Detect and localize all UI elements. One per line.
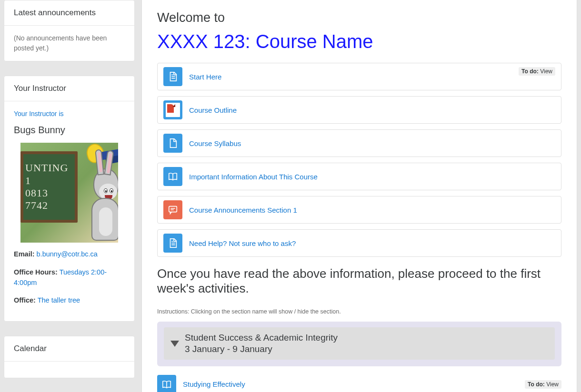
instructor-hours: Office Hours: Tuesdays 2:00-4:00pm bbox=[14, 267, 125, 288]
section-instructions: Instructions: Clicking on the section na… bbox=[157, 308, 561, 315]
instructor-title: Your Instructor bbox=[4, 76, 134, 101]
course-main: Welcome to XXXX 123: Course Name Start H… bbox=[141, 0, 577, 392]
bunny-graphic bbox=[61, 143, 118, 243]
activity-item[interactable]: Important Information About This Course bbox=[157, 163, 561, 190]
doc-icon bbox=[163, 234, 182, 253]
chat-icon bbox=[163, 200, 182, 219]
file-icon bbox=[163, 134, 182, 153]
svg-rect-0 bbox=[169, 206, 177, 212]
activity-link[interactable]: Important Information About This Course bbox=[189, 173, 318, 181]
week-title-line1: Student Success & Academic Integrity bbox=[185, 332, 338, 343]
calendar-title: Calendar bbox=[4, 336, 134, 362]
todo-badge: To do: View bbox=[519, 67, 555, 76]
activity-link[interactable]: Studying Effectively bbox=[183, 380, 245, 388]
week-activity-item[interactable]: Studying EffectivelyTo do: View bbox=[157, 373, 561, 392]
announcements-empty: (No announcements have been posted yet.) bbox=[4, 26, 134, 61]
activity-link[interactable]: Need Help? Not sure who to ask? bbox=[189, 239, 296, 247]
book-icon bbox=[163, 167, 182, 186]
todo-badge: To do: View bbox=[525, 380, 561, 389]
instructor-name: Bugs Bunny bbox=[14, 123, 125, 137]
instructor-email: Email: b.bunny@cotr.bc.ca bbox=[14, 249, 125, 260]
book-icon bbox=[157, 375, 176, 392]
activity-link[interactable]: Start Here bbox=[189, 73, 221, 81]
instructor-email-link[interactable]: b.bunny@cotr.bc.ca bbox=[37, 250, 98, 258]
activity-item[interactable]: Course Announcements Section 1 bbox=[157, 196, 561, 224]
activity-item[interactable]: Course Syllabus bbox=[157, 129, 561, 157]
instructor-image: UNTING 1 0813 7742 bbox=[20, 143, 118, 243]
instructor-office: Office: The taller tree bbox=[14, 295, 125, 306]
week-title-line2: 3 January - 9 January bbox=[185, 343, 338, 355]
doc-icon bbox=[163, 67, 182, 86]
proceed-note: Once you have read the above information… bbox=[157, 266, 561, 296]
activity-item[interactable]: Course Outline bbox=[157, 96, 561, 124]
activity-item[interactable]: Need Help? Not sure who to ask? bbox=[157, 229, 561, 257]
week-section: Student Success & Academic Integrity 3 J… bbox=[157, 322, 561, 366]
announcements-title: Latest announcements bbox=[4, 0, 134, 26]
activity-link[interactable]: Course Syllabus bbox=[189, 139, 241, 147]
activity-link[interactable]: Course Outline bbox=[189, 106, 237, 114]
activity-item[interactable]: Start HereTo do: View bbox=[157, 63, 561, 90]
instructor-intro: Your Instructor is bbox=[14, 109, 125, 119]
welcome-pre: Welcome to bbox=[157, 10, 561, 25]
activity-link[interactable]: Course Announcements Section 1 bbox=[189, 206, 297, 214]
course-title: XXXX 123: Course Name bbox=[157, 31, 561, 52]
calendar-block: Calendar bbox=[4, 336, 135, 378]
week-header[interactable]: Student Success & Academic Integrity 3 J… bbox=[164, 327, 555, 360]
chevron-down-icon bbox=[170, 341, 179, 347]
pdf-icon bbox=[163, 100, 182, 119]
instructor-block: Your Instructor Your Instructor is Bugs … bbox=[4, 76, 135, 322]
announcements-block: Latest announcements (No announcements h… bbox=[4, 0, 135, 61]
